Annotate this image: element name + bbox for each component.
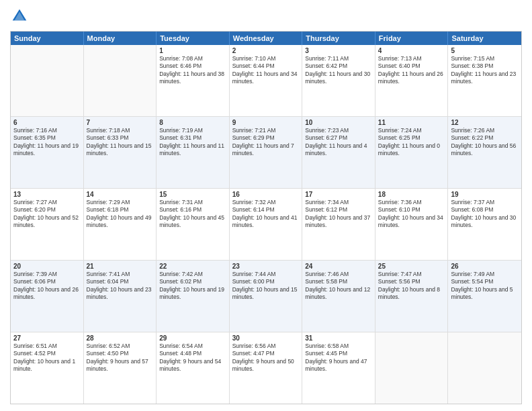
day-info: Sunrise: 7:19 AM Sunset: 6:31 PM Dayligh… bbox=[159, 127, 226, 158]
day-number: 21 bbox=[87, 263, 154, 270]
header-cell-tuesday: Tuesday bbox=[157, 32, 230, 45]
calendar-cell: 6Sunrise: 7:16 AM Sunset: 6:35 PM Daylig… bbox=[11, 117, 84, 188]
day-number: 8 bbox=[159, 119, 226, 126]
header bbox=[10, 7, 522, 26]
day-number: 28 bbox=[87, 334, 154, 342]
day-info: Sunrise: 7:37 AM Sunset: 6:08 PM Dayligh… bbox=[451, 199, 519, 230]
day-info: Sunrise: 6:56 AM Sunset: 4:47 PM Dayligh… bbox=[232, 342, 300, 373]
calendar-cell: 19Sunrise: 7:37 AM Sunset: 6:08 PM Dayli… bbox=[448, 189, 521, 260]
day-number: 5 bbox=[451, 47, 519, 54]
day-number: 19 bbox=[451, 191, 519, 198]
calendar-cell: 28Sunrise: 6:52 AM Sunset: 4:50 PM Dayli… bbox=[84, 332, 157, 404]
day-info: Sunrise: 7:08 AM Sunset: 6:46 PM Dayligh… bbox=[159, 55, 226, 86]
calendar-cell: 24Sunrise: 7:46 AM Sunset: 5:58 PM Dayli… bbox=[302, 261, 375, 332]
calendar-cell: 2Sunrise: 7:10 AM Sunset: 6:44 PM Daylig… bbox=[230, 45, 303, 116]
day-info: Sunrise: 7:23 AM Sunset: 6:27 PM Dayligh… bbox=[305, 127, 372, 158]
calendar-cell: 5Sunrise: 7:15 AM Sunset: 6:38 PM Daylig… bbox=[448, 45, 521, 116]
day-number: 15 bbox=[159, 191, 226, 198]
calendar-cell: 4Sunrise: 7:13 AM Sunset: 6:40 PM Daylig… bbox=[375, 45, 449, 116]
day-number: 10 bbox=[305, 119, 372, 126]
calendar-body: 1Sunrise: 7:08 AM Sunset: 6:46 PM Daylig… bbox=[11, 45, 521, 404]
day-number: 25 bbox=[378, 263, 445, 270]
calendar-week-3: 13Sunrise: 7:27 AM Sunset: 6:20 PM Dayli… bbox=[11, 189, 521, 261]
day-number: 24 bbox=[305, 263, 372, 270]
calendar-week-4: 20Sunrise: 7:39 AM Sunset: 6:06 PM Dayli… bbox=[11, 261, 521, 332]
calendar-cell: 9Sunrise: 7:21 AM Sunset: 6:29 PM Daylig… bbox=[230, 117, 303, 188]
day-info: Sunrise: 7:29 AM Sunset: 6:18 PM Dayligh… bbox=[87, 199, 154, 230]
day-info: Sunrise: 6:52 AM Sunset: 4:50 PM Dayligh… bbox=[87, 342, 154, 373]
day-number: 13 bbox=[13, 191, 81, 198]
day-number: 4 bbox=[378, 47, 445, 54]
day-info: Sunrise: 6:54 AM Sunset: 4:48 PM Dayligh… bbox=[159, 342, 226, 373]
calendar: SundayMondayTuesdayWednesdayThursdayFrid… bbox=[10, 31, 522, 404]
calendar-header: SundayMondayTuesdayWednesdayThursdayFrid… bbox=[11, 32, 521, 45]
day-number: 27 bbox=[13, 334, 81, 342]
day-info: Sunrise: 7:24 AM Sunset: 6:25 PM Dayligh… bbox=[378, 127, 445, 158]
day-info: Sunrise: 7:18 AM Sunset: 6:33 PM Dayligh… bbox=[87, 127, 154, 158]
calendar-cell: 26Sunrise: 7:49 AM Sunset: 5:54 PM Dayli… bbox=[448, 261, 521, 332]
day-number: 11 bbox=[378, 119, 445, 126]
calendar-cell bbox=[375, 332, 449, 404]
calendar-cell: 21Sunrise: 7:41 AM Sunset: 6:04 PM Dayli… bbox=[84, 261, 157, 332]
calendar-cell: 31Sunrise: 6:58 AM Sunset: 4:45 PM Dayli… bbox=[302, 332, 375, 404]
logo bbox=[10, 7, 32, 26]
day-number: 2 bbox=[232, 47, 300, 54]
day-number: 14 bbox=[87, 191, 154, 198]
header-cell-saturday: Saturday bbox=[448, 32, 521, 45]
calendar-cell: 16Sunrise: 7:32 AM Sunset: 6:14 PM Dayli… bbox=[230, 189, 303, 260]
day-info: Sunrise: 7:11 AM Sunset: 6:42 PM Dayligh… bbox=[305, 55, 372, 86]
calendar-cell bbox=[11, 45, 84, 116]
day-info: Sunrise: 7:32 AM Sunset: 6:14 PM Dayligh… bbox=[232, 199, 300, 230]
calendar-cell: 23Sunrise: 7:44 AM Sunset: 6:00 PM Dayli… bbox=[230, 261, 303, 332]
day-info: Sunrise: 7:41 AM Sunset: 6:04 PM Dayligh… bbox=[87, 271, 154, 302]
page: SundayMondayTuesdayWednesdayThursdayFrid… bbox=[0, 0, 532, 411]
day-number: 3 bbox=[305, 47, 372, 54]
day-number: 16 bbox=[232, 191, 300, 198]
calendar-cell: 12Sunrise: 7:26 AM Sunset: 6:22 PM Dayli… bbox=[448, 117, 521, 188]
day-info: Sunrise: 7:47 AM Sunset: 5:56 PM Dayligh… bbox=[378, 271, 445, 302]
calendar-cell: 29Sunrise: 6:54 AM Sunset: 4:48 PM Dayli… bbox=[157, 332, 230, 404]
day-info: Sunrise: 6:58 AM Sunset: 4:45 PM Dayligh… bbox=[305, 342, 372, 373]
calendar-cell: 17Sunrise: 7:34 AM Sunset: 6:12 PM Dayli… bbox=[302, 189, 375, 260]
day-info: Sunrise: 7:10 AM Sunset: 6:44 PM Dayligh… bbox=[232, 55, 300, 86]
day-info: Sunrise: 7:46 AM Sunset: 5:58 PM Dayligh… bbox=[305, 271, 372, 302]
calendar-cell: 3Sunrise: 7:11 AM Sunset: 6:42 PM Daylig… bbox=[302, 45, 375, 116]
day-number: 20 bbox=[13, 263, 81, 270]
calendar-cell: 22Sunrise: 7:42 AM Sunset: 6:02 PM Dayli… bbox=[157, 261, 230, 332]
day-info: Sunrise: 7:36 AM Sunset: 6:10 PM Dayligh… bbox=[378, 199, 445, 230]
calendar-cell: 1Sunrise: 7:08 AM Sunset: 6:46 PM Daylig… bbox=[157, 45, 230, 116]
calendar-week-2: 6Sunrise: 7:16 AM Sunset: 6:35 PM Daylig… bbox=[11, 117, 521, 189]
header-cell-monday: Monday bbox=[84, 32, 157, 45]
day-info: Sunrise: 7:49 AM Sunset: 5:54 PM Dayligh… bbox=[451, 271, 519, 302]
calendar-cell: 27Sunrise: 6:51 AM Sunset: 4:52 PM Dayli… bbox=[11, 332, 84, 404]
day-number: 22 bbox=[159, 263, 226, 270]
calendar-cell: 15Sunrise: 7:31 AM Sunset: 6:16 PM Dayli… bbox=[157, 189, 230, 260]
day-number: 31 bbox=[305, 334, 372, 342]
calendar-week-1: 1Sunrise: 7:08 AM Sunset: 6:46 PM Daylig… bbox=[11, 45, 521, 117]
calendar-cell: 8Sunrise: 7:19 AM Sunset: 6:31 PM Daylig… bbox=[157, 117, 230, 188]
header-cell-wednesday: Wednesday bbox=[230, 32, 303, 45]
calendar-cell: 30Sunrise: 6:56 AM Sunset: 4:47 PM Dayli… bbox=[230, 332, 303, 404]
day-number: 1 bbox=[159, 47, 226, 54]
header-cell-thursday: Thursday bbox=[302, 32, 375, 45]
day-number: 26 bbox=[451, 263, 519, 270]
calendar-cell bbox=[84, 45, 157, 116]
day-number: 6 bbox=[13, 119, 81, 126]
day-info: Sunrise: 7:27 AM Sunset: 6:20 PM Dayligh… bbox=[13, 199, 81, 230]
day-info: Sunrise: 6:51 AM Sunset: 4:52 PM Dayligh… bbox=[13, 342, 81, 373]
calendar-cell: 13Sunrise: 7:27 AM Sunset: 6:20 PM Dayli… bbox=[11, 189, 84, 260]
day-info: Sunrise: 7:15 AM Sunset: 6:38 PM Dayligh… bbox=[451, 55, 519, 86]
calendar-cell: 7Sunrise: 7:18 AM Sunset: 6:33 PM Daylig… bbox=[84, 117, 157, 188]
header-cell-sunday: Sunday bbox=[11, 32, 84, 45]
day-number: 29 bbox=[159, 334, 226, 342]
header-cell-friday: Friday bbox=[375, 32, 449, 45]
day-number: 23 bbox=[232, 263, 300, 270]
calendar-cell: 25Sunrise: 7:47 AM Sunset: 5:56 PM Dayli… bbox=[375, 261, 449, 332]
logo-icon bbox=[10, 7, 29, 26]
day-info: Sunrise: 7:34 AM Sunset: 6:12 PM Dayligh… bbox=[305, 199, 372, 230]
day-info: Sunrise: 7:44 AM Sunset: 6:00 PM Dayligh… bbox=[232, 271, 300, 302]
day-number: 18 bbox=[378, 191, 445, 198]
calendar-cell: 11Sunrise: 7:24 AM Sunset: 6:25 PM Dayli… bbox=[375, 117, 449, 188]
day-info: Sunrise: 7:42 AM Sunset: 6:02 PM Dayligh… bbox=[159, 271, 226, 302]
day-info: Sunrise: 7:31 AM Sunset: 6:16 PM Dayligh… bbox=[159, 199, 226, 230]
